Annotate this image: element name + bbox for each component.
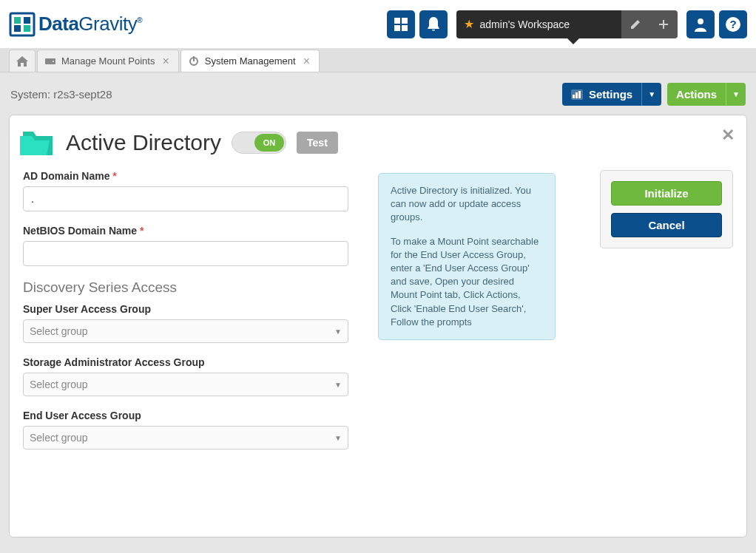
end-user-placeholder: Select group	[30, 432, 88, 444]
tab-mount-points[interactable]: Manage Mount Points ×	[37, 50, 179, 72]
grid-icon	[394, 17, 408, 32]
end-user-label: End User Access Group	[23, 410, 348, 421]
svg-rect-8	[402, 25, 408, 31]
storage-admin-placeholder: Select group	[30, 379, 88, 390]
svg-rect-6	[402, 18, 408, 24]
system-label: System: r2s3-sept28	[10, 88, 112, 101]
storage-admin-select[interactable]: Select group ▼	[23, 373, 348, 396]
info-box: Active Directory is initialized. You can…	[378, 173, 556, 340]
actions-button[interactable]: Actions ▼	[667, 83, 746, 106]
discovery-section-title: Discovery Series Access	[23, 279, 348, 296]
svg-rect-20	[576, 92, 578, 98]
svg-point-11	[698, 18, 703, 24]
workspace-bar: ★ admin's Workspace	[456, 10, 678, 38]
card-title-row: Active Directory ON Test	[20, 129, 733, 157]
end-user-select[interactable]: Select group ▼	[23, 426, 348, 449]
super-user-label: Super User Access Group	[23, 303, 348, 315]
plus-icon	[658, 18, 669, 30]
svg-rect-7	[394, 25, 400, 31]
workspace-add-button[interactable]	[649, 10, 678, 38]
tab-close-mount[interactable]: ×	[161, 55, 170, 68]
svg-rect-5	[394, 18, 400, 24]
tab-mount-label: Manage Mount Points	[61, 55, 155, 67]
user-icon	[693, 17, 708, 32]
brand-logo: DataGravity®	[9, 12, 142, 37]
home-icon	[16, 56, 28, 67]
workspace-name[interactable]: ★ admin's Workspace	[456, 10, 621, 38]
actions-dropdown[interactable]: ▼	[726, 83, 746, 106]
tab-bar: Manage Mount Points × System Management …	[0, 48, 756, 72]
workspace-edit-button[interactable]	[621, 10, 649, 38]
form-column: AD Domain Name * NetBIOS Domain Name * D…	[23, 170, 348, 463]
pencil-icon	[630, 18, 641, 30]
caret-down-icon: ▼	[732, 90, 740, 98]
tab-system-management[interactable]: System Management ×	[180, 50, 320, 72]
caret-down-icon: ▼	[334, 434, 342, 442]
help-button[interactable]: ?	[719, 10, 747, 38]
info-para-2: To make a Mount Point searchable for the…	[391, 235, 543, 329]
super-user-select[interactable]: Select group ▼	[23, 319, 348, 343]
card-title: Active Directory	[66, 130, 221, 155]
svg-rect-21	[578, 91, 581, 98]
help-icon: ?	[725, 16, 741, 33]
apps-button[interactable]	[387, 10, 415, 38]
svg-rect-19	[573, 95, 575, 98]
netbios-label: NetBIOS Domain Name *	[23, 225, 348, 237]
svg-rect-10	[659, 24, 668, 25]
main-card: ✕ Active Directory ON Test AD Domain Nam…	[9, 115, 747, 537]
star-icon: ★	[464, 17, 474, 31]
netbios-input[interactable]	[23, 241, 348, 266]
bell-icon	[426, 16, 441, 33]
svg-point-15	[53, 61, 54, 62]
tab-close-sysmgmt[interactable]: ×	[302, 55, 311, 68]
user-button[interactable]	[686, 10, 715, 38]
header-button-group: ★ admin's Workspace ?	[387, 10, 747, 38]
caret-down-icon: ▼	[334, 328, 342, 336]
cancel-button[interactable]: Cancel	[611, 213, 722, 237]
top-header: DataGravity® ★ admin's Workspace ?	[0, 0, 756, 48]
logo-text: DataGravity®	[38, 13, 142, 35]
svg-rect-0	[10, 13, 34, 35]
action-panel: Initialize Cancel	[600, 170, 733, 248]
ad-domain-input[interactable]	[23, 186, 348, 211]
svg-rect-4	[24, 25, 30, 32]
test-button[interactable]: Test	[297, 132, 338, 154]
tab-sysmgmt-label: System Management	[205, 55, 296, 67]
toggle-on-label: ON	[254, 134, 284, 152]
workspace-label: admin's Workspace	[480, 18, 570, 30]
notifications-button[interactable]	[419, 10, 448, 38]
storage-admin-label: Storage Administrator Access Group	[23, 356, 348, 368]
svg-rect-1	[14, 17, 21, 24]
tab-home[interactable]	[9, 50, 36, 72]
folder-icon	[20, 129, 55, 157]
svg-rect-3	[14, 25, 21, 32]
initialize-button[interactable]: Initialize	[611, 181, 722, 206]
action-row: System: r2s3-sept28 Settings ▼ Actions ▼	[0, 72, 756, 110]
settings-button[interactable]: Settings ▼	[562, 83, 661, 106]
ad-toggle[interactable]: ON	[232, 132, 286, 154]
info-para-1: Active Directory is initialized. You can…	[391, 184, 543, 225]
ad-domain-label: AD Domain Name *	[23, 170, 348, 182]
disk-icon	[45, 57, 55, 66]
super-user-placeholder: Select group	[30, 325, 88, 337]
caret-down-icon: ▼	[648, 90, 655, 98]
settings-dropdown[interactable]: ▼	[641, 83, 661, 106]
power-icon	[189, 56, 199, 67]
logo-icon	[9, 12, 36, 37]
caret-down-icon: ▼	[334, 381, 342, 389]
chart-icon	[571, 89, 583, 100]
svg-rect-17	[193, 56, 195, 61]
svg-text:?: ?	[729, 18, 736, 30]
card-close-button[interactable]: ✕	[721, 126, 735, 145]
svg-rect-2	[24, 17, 30, 24]
